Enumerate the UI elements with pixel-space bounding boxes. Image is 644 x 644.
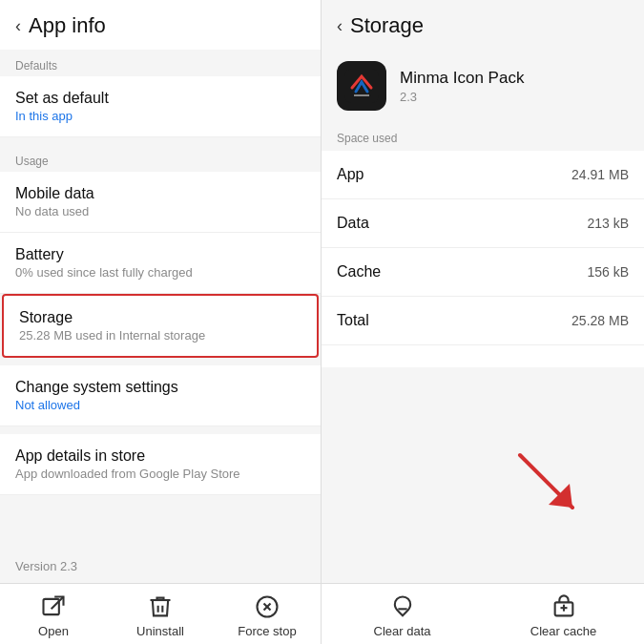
app-logo <box>344 69 379 103</box>
mobile-data-sub: No data used <box>15 204 305 218</box>
total-row-value: 25.28 MB <box>571 313 629 328</box>
data-storage-row: Data 213 kB <box>322 199 644 248</box>
change-system-sub: Not allowed <box>15 398 305 412</box>
red-arrow <box>510 446 587 526</box>
storage-sub: 25.28 MB used in Internal storage <box>19 328 301 343</box>
battery-sub: 0% used since last fully charged <box>15 265 305 280</box>
cache-storage-row: Cache 156 kB <box>322 248 644 297</box>
open-icon-box <box>40 593 67 620</box>
cache-row-value: 156 kB <box>587 264 629 280</box>
set-as-default-item[interactable]: Set as default In this app <box>0 76 321 137</box>
change-system-title: Change system settings <box>15 379 305 396</box>
arrow-area <box>322 367 644 584</box>
clear-data-icon <box>389 593 416 620</box>
app-row-value: 24.91 MB <box>571 167 629 182</box>
data-row-value: 213 kB <box>587 216 629 231</box>
usage-section-label: Usage <box>0 145 321 172</box>
left-panel: ‹ App info Defaults Set as default In th… <box>0 0 322 644</box>
force-stop-icon <box>254 593 280 620</box>
back-arrow-right[interactable]: ‹ <box>337 16 343 36</box>
set-as-default-title: Set as default <box>15 90 305 107</box>
cache-row-label: Cache <box>337 263 381 280</box>
storage-list: App 24.91 MB Data 213 kB Cache 156 kB To… <box>322 151 644 367</box>
open-button[interactable]: Open <box>0 593 107 638</box>
app-details-title: App details in store <box>15 447 305 465</box>
battery-item[interactable]: Battery 0% used since last fully charged <box>0 233 321 294</box>
right-header: ‹ Storage <box>322 0 644 50</box>
open-label: Open <box>38 624 69 638</box>
left-header: ‹ App info <box>0 0 321 50</box>
app-row-label: App <box>337 166 364 183</box>
page-title: App info <box>29 13 106 38</box>
red-arrow-svg <box>510 446 587 522</box>
set-as-default-sub: In this app <box>15 109 305 123</box>
app-version: 2.3 <box>400 90 524 104</box>
mobile-data-item[interactable]: Mobile data No data used <box>0 172 321 233</box>
uninstall-label: Uninstall <box>136 624 184 638</box>
force-stop-button[interactable]: Force stop <box>214 593 321 638</box>
back-arrow-left[interactable]: ‹ <box>15 16 21 36</box>
app-details-item[interactable]: App details in store App downloaded from… <box>0 434 321 495</box>
clear-data-label: Clear data <box>374 624 431 638</box>
app-info-card: Minma Icon Pack 2.3 <box>322 50 644 122</box>
storage-title: Storage <box>350 13 424 38</box>
app-icon <box>337 61 386 111</box>
space-used-label: Space used <box>322 122 644 151</box>
total-row-label: Total <box>337 312 369 329</box>
storage-title: Storage <box>19 309 301 326</box>
clear-cache-icon <box>551 593 577 620</box>
data-row-label: Data <box>337 215 369 232</box>
mobile-data-title: Mobile data <box>15 185 305 202</box>
clear-cache-label: Clear cache <box>530 624 596 638</box>
clear-cache-button[interactable]: Clear cache <box>483 593 644 638</box>
uninstall-icon <box>147 593 174 620</box>
right-panel: ‹ Storage Minma Icon Pack 2.3 Space used… <box>322 0 644 644</box>
change-system-item[interactable]: Change system settings Not allowed <box>0 365 321 426</box>
battery-title: Battery <box>15 246 305 263</box>
app-details-text: Minma Icon Pack 2.3 <box>400 69 524 104</box>
right-bottom-bar: Clear data Clear cache <box>322 583 644 644</box>
clear-data-button[interactable]: Clear data <box>322 593 483 638</box>
svg-rect-5 <box>344 69 379 103</box>
left-bottom-bar: Open Uninstall Force stop <box>0 583 321 644</box>
uninstall-button[interactable]: Uninstall <box>107 593 214 638</box>
force-stop-label: Force stop <box>238 624 296 638</box>
total-storage-row: Total 25.28 MB <box>322 297 644 345</box>
version-label: Version 2.3 <box>0 550 321 583</box>
app-name: Minma Icon Pack <box>400 69 524 88</box>
defaults-section-label: Defaults <box>0 50 321 76</box>
app-storage-row: App 24.91 MB <box>322 151 644 199</box>
app-details-sub: App downloaded from Google Play Store <box>15 467 305 481</box>
storage-item[interactable]: Storage 25.28 MB used in Internal storag… <box>2 294 319 358</box>
svg-rect-0 <box>44 599 59 614</box>
